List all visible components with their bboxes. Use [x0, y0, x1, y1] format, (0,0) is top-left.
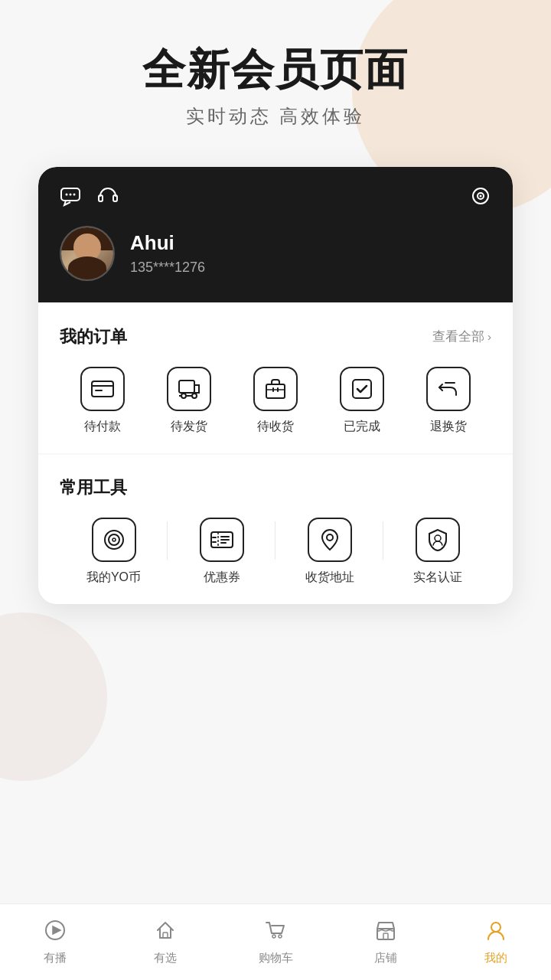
profile-header: Ahui 135****1276 [38, 167, 513, 302]
scan-icon[interactable] [470, 185, 491, 212]
pending-receive-icon [253, 367, 298, 411]
bottom-nav: 有播 有选 购物车 [0, 903, 551, 980]
orders-header: 我的订单 查看全部 › [60, 325, 491, 348]
tools-grid: 我的YO币 优惠券 [60, 518, 491, 586]
nav-item-live[interactable]: 有播 [0, 920, 110, 965]
svg-point-2 [70, 193, 72, 195]
svg-point-30 [272, 935, 276, 938]
order-item-completed[interactable]: 已完成 [340, 367, 384, 435]
nav-item-select[interactable]: 有选 [110, 920, 220, 965]
orders-title: 我的订单 [60, 325, 127, 348]
tools-header: 常用工具 [60, 476, 491, 499]
profile-info: Ahui 135****1276 [60, 226, 491, 281]
nav-label-cart: 购物车 [259, 951, 293, 965]
address-icon [308, 518, 352, 562]
profile-top-left-icons [60, 185, 118, 212]
svg-point-34 [491, 923, 500, 932]
svg-rect-12 [179, 381, 194, 393]
pending-payment-icon [80, 367, 125, 411]
main-card: Ahui 135****1276 我的订单 查看全部 › [38, 167, 513, 604]
tool-address[interactable]: 收货地址 [276, 518, 383, 586]
nav-label-store: 店铺 [374, 951, 397, 965]
svg-point-8 [480, 194, 482, 197]
coupons-label: 优惠券 [204, 570, 240, 586]
mine-icon [485, 920, 507, 946]
profile-top-bar [60, 185, 491, 212]
nav-item-store[interactable]: 店铺 [331, 920, 441, 965]
pending-ship-icon [167, 367, 211, 411]
avatar[interactable] [60, 226, 115, 281]
page-content: 全新会员页面 实时动态 高效体验 [0, 0, 551, 688]
svg-rect-33 [383, 933, 388, 939]
verify-label: 实名认证 [413, 570, 462, 586]
svg-point-26 [435, 535, 441, 541]
order-item-pending-ship[interactable]: 待发货 [167, 367, 211, 435]
pending-ship-label: 待发货 [171, 419, 207, 435]
hero-subtitle: 实时动态 高效体验 [31, 104, 520, 129]
return-label: 退换货 [430, 419, 467, 435]
svg-point-1 [66, 193, 68, 195]
svg-point-14 [192, 394, 197, 398]
svg-marker-28 [53, 926, 60, 934]
order-item-pending-receive[interactable]: 待收货 [253, 367, 298, 435]
yo-coins-icon [92, 518, 136, 562]
svg-point-18 [105, 531, 123, 549]
svg-rect-15 [266, 384, 285, 398]
svg-point-31 [279, 935, 282, 938]
nav-item-mine[interactable]: 我的 [441, 920, 551, 965]
completed-label: 已完成 [344, 419, 380, 435]
verify-icon [416, 518, 460, 562]
tool-verify[interactable]: 实名认证 [383, 518, 491, 586]
svg-point-19 [109, 534, 119, 545]
cart-icon [265, 920, 286, 946]
profile-phone: 135****1276 [130, 260, 205, 276]
avatar-image [61, 227, 113, 279]
svg-point-25 [327, 534, 333, 541]
home-icon [155, 920, 176, 946]
svg-point-3 [73, 193, 76, 195]
address-label: 收货地址 [305, 570, 354, 586]
yo-coins-label: 我的YO币 [86, 570, 141, 586]
tool-yo-coins[interactable]: 我的YO币 [60, 518, 168, 586]
store-icon [375, 920, 396, 946]
nav-label-mine: 我的 [484, 951, 507, 965]
tools-title: 常用工具 [60, 476, 127, 499]
chevron-icon: › [487, 330, 491, 343]
svg-rect-29 [163, 933, 168, 938]
chat-icon[interactable] [60, 185, 81, 212]
orders-section: 我的订单 查看全部 › 待付款 [38, 304, 513, 453]
live-icon [44, 920, 66, 946]
nav-label-select: 有选 [154, 951, 177, 965]
coupons-icon [200, 518, 244, 562]
hero-title: 全新会员页面 [31, 46, 520, 93]
svg-point-20 [112, 538, 116, 541]
return-icon [426, 367, 471, 411]
svg-rect-16 [353, 380, 371, 398]
svg-point-13 [181, 394, 186, 398]
order-item-pending-payment[interactable]: 待付款 [80, 367, 125, 435]
nav-item-cart[interactable]: 购物车 [220, 920, 331, 965]
order-icons-row: 待付款 待发货 [60, 367, 491, 435]
pending-payment-label: 待付款 [84, 419, 121, 435]
tools-section: 常用工具 我的YO币 [38, 455, 513, 604]
nav-label-live: 有播 [44, 951, 67, 965]
tool-coupons[interactable]: 优惠券 [168, 518, 276, 586]
hero-section: 全新会员页面 实时动态 高效体验 [0, 0, 551, 152]
completed-icon [340, 367, 384, 411]
profile-text: Ahui 135****1276 [130, 231, 205, 276]
order-item-return[interactable]: 退换货 [426, 367, 471, 435]
profile-name: Ahui [130, 231, 205, 255]
orders-view-all[interactable]: 查看全部 › [432, 328, 491, 345]
svg-rect-9 [92, 381, 113, 397]
headset-icon[interactable] [96, 185, 118, 212]
pending-receive-label: 待收货 [257, 419, 294, 435]
